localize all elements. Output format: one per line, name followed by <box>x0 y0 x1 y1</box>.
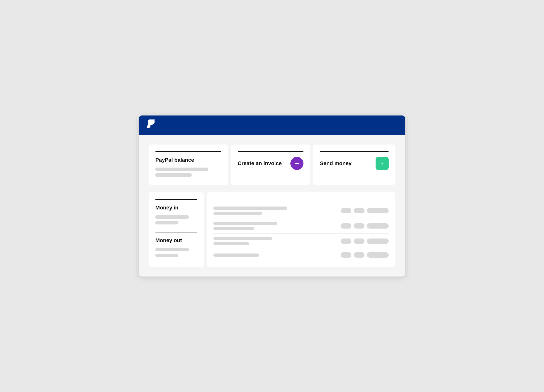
balance-divider <box>155 151 221 152</box>
balance-title: PayPal balance <box>155 157 194 163</box>
tx-name-skeleton <box>213 222 277 225</box>
tx-amount-chip <box>367 238 389 244</box>
balance-header: PayPal balance <box>155 157 221 163</box>
send-money-card: Send money › <box>313 145 395 185</box>
money-in-skeleton-2 <box>155 221 178 224</box>
create-invoice-button[interactable]: + <box>290 157 303 170</box>
tx-amount-chip <box>367 208 389 213</box>
transaction-meta <box>341 208 389 213</box>
content-area: PayPal balance Create an invoice + <box>139 135 405 277</box>
send-header: Send money › <box>320 157 389 170</box>
tx-amount-chip <box>367 223 389 229</box>
invoice-divider <box>238 151 303 152</box>
app-window: PayPal balance Create an invoice + <box>139 115 405 277</box>
paypal-p-icon <box>147 119 155 130</box>
send-money-button[interactable]: › <box>376 157 389 170</box>
tx-chip-1 <box>341 238 351 244</box>
left-sections: Money in Money out <box>149 192 204 267</box>
money-in-divider <box>155 199 197 200</box>
money-out-title: Money out <box>155 237 182 244</box>
send-title: Send money <box>320 160 352 167</box>
top-row: PayPal balance Create an invoice + <box>149 145 395 185</box>
tx-chip-2 <box>354 208 364 213</box>
tx-chip-2 <box>354 252 364 258</box>
invoice-card: Create an invoice + <box>231 145 310 185</box>
tx-chip-2 <box>354 223 364 229</box>
transaction-meta <box>341 252 389 258</box>
tx-sub-skeleton <box>213 227 254 230</box>
bottom-row: Money in Money out <box>149 192 395 267</box>
transaction-details <box>213 207 341 215</box>
header <box>139 115 405 135</box>
money-out-divider <box>155 232 197 232</box>
tx-sub-skeleton <box>213 212 262 215</box>
transaction-details <box>213 237 341 245</box>
table-row[interactable] <box>213 203 389 218</box>
balance-skeleton-1 <box>155 168 208 171</box>
transaction-details <box>213 222 341 230</box>
tx-name-skeleton <box>213 207 287 210</box>
money-out-skeleton-1 <box>155 248 189 251</box>
money-out-skeleton-2 <box>155 254 178 257</box>
invoice-title: Create an invoice <box>238 160 282 167</box>
money-in-section: Money in <box>155 199 197 224</box>
transactions-section <box>207 192 395 267</box>
tx-sub-skeleton <box>213 242 249 245</box>
tx-chip-2 <box>354 238 364 244</box>
tx-name-skeleton <box>213 254 259 257</box>
table-row[interactable] <box>213 249 389 261</box>
money-out-section: Money out <box>155 232 197 257</box>
transaction-meta <box>341 238 389 244</box>
transactions-separator <box>213 199 389 199</box>
plus-icon: + <box>295 160 299 167</box>
transaction-details <box>213 254 341 257</box>
tx-chip-1 <box>341 252 351 258</box>
invoice-header: Create an invoice + <box>238 157 303 170</box>
transaction-meta <box>341 223 389 229</box>
table-row[interactable] <box>213 234 389 249</box>
tx-name-skeleton <box>213 237 272 240</box>
tx-chip-1 <box>341 208 351 213</box>
money-in-title: Money in <box>155 205 178 211</box>
arrow-right-icon: › <box>381 161 383 166</box>
tx-chip-1 <box>341 223 351 229</box>
balance-skeleton-2 <box>155 173 192 177</box>
paypal-logo <box>147 119 155 132</box>
table-row[interactable] <box>213 218 389 234</box>
money-in-header: Money in <box>155 205 197 211</box>
send-divider <box>320 151 389 152</box>
money-out-header: Money out <box>155 237 197 244</box>
tx-amount-chip <box>367 252 389 258</box>
money-in-skeleton-1 <box>155 215 189 219</box>
balance-card: PayPal balance <box>149 145 228 185</box>
